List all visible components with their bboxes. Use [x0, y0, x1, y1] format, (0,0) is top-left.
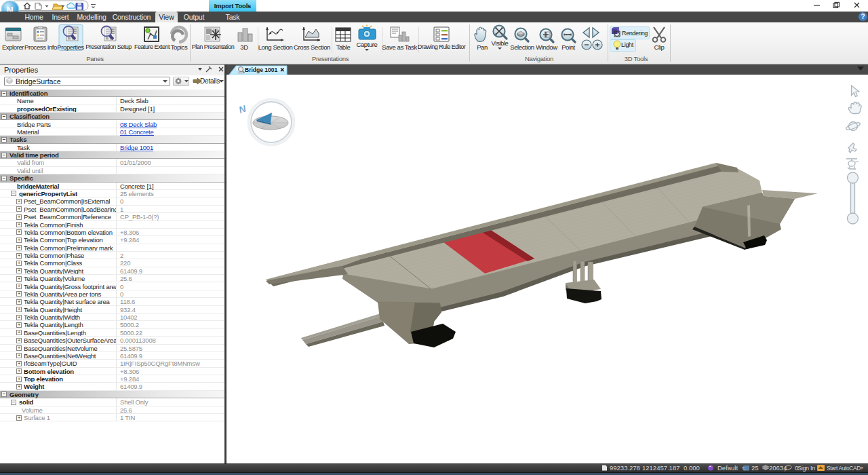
svg-text:Bridge 1001: Bridge 1001: [245, 66, 277, 73]
svg-text:N: N: [237, 102, 248, 115]
